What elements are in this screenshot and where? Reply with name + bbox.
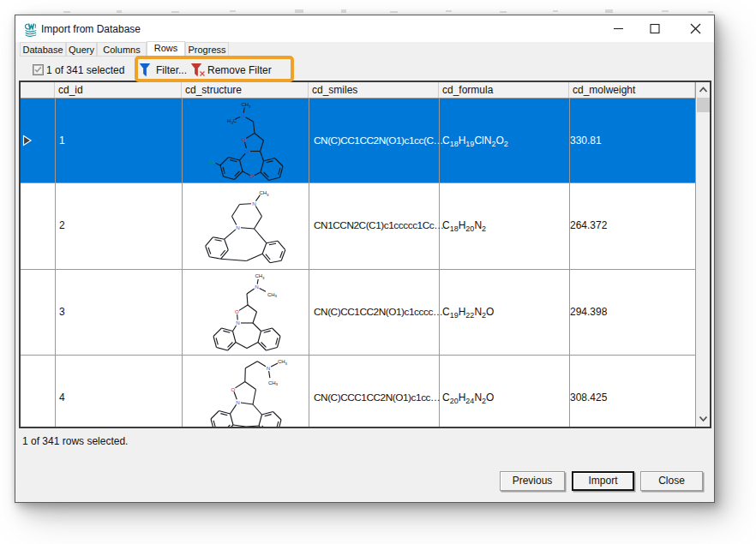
svg-text:CH3: CH3 (268, 380, 279, 386)
svg-text:C: C (233, 118, 237, 123)
svg-text:N: N (241, 112, 244, 118)
svg-text:N: N (236, 224, 239, 230)
svg-text:N: N (236, 320, 239, 326)
svg-text:Cl: Cl (208, 158, 213, 164)
svg-text:N: N (255, 284, 258, 290)
svg-text:N: N (236, 398, 239, 404)
svg-text:O: O (242, 136, 246, 142)
svg-text:O: O (235, 308, 239, 314)
svg-text:CH3: CH3 (278, 359, 288, 366)
svg-text:N: N (245, 148, 249, 154)
svg-text:CH3: CH3 (259, 190, 269, 197)
svg-text:O: O (231, 386, 236, 392)
svg-text:CH3: CH3 (255, 273, 265, 280)
svg-text:O: O (250, 173, 255, 179)
svg-text:CH3: CH3 (267, 291, 278, 298)
svg-text:N: N (267, 364, 270, 370)
svg-text:N: N (252, 200, 255, 206)
svg-text:CH3: CH3 (241, 102, 251, 109)
